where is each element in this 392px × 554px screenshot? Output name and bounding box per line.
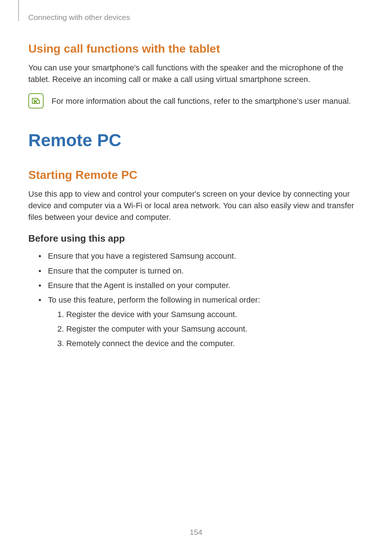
body-paragraph: You can use your smartphone's call funct… [28,62,364,85]
header-rule [18,0,19,21]
list-item: To use this feature, perform the followi… [38,294,364,350]
ordered-steps: 1. Register the device with your Samsung… [57,308,364,350]
note-block: For more information about the call func… [28,93,364,108]
section-heading-call-functions: Using call functions with the tablet [28,42,364,56]
list-item: Ensure that the computer is turned on. [38,265,364,277]
page-number: 154 [0,528,392,537]
chapter-title-remote-pc: Remote PC [28,130,364,150]
step-item: 3. Remotely connect the device and the c… [57,337,364,350]
list-item-text: Ensure that you have a registered Samsun… [48,251,236,260]
list-item-text: Ensure that the Agent is installed on yo… [48,281,230,290]
list-item-text: Ensure that the computer is turned on. [48,266,184,275]
step-item: 1. Register the device with your Samsung… [57,308,364,321]
note-icon [28,93,44,108]
bullet-list: Ensure that you have a registered Samsun… [38,250,364,350]
list-item-text: To use this feature, perform the followi… [48,295,260,304]
list-item: Ensure that you have a registered Samsun… [38,250,364,262]
list-item: Ensure that the Agent is installed on yo… [38,279,364,292]
section-heading-starting-remote-pc: Starting Remote PC [28,168,364,182]
document-page: Connecting with other devices Using call… [0,0,392,554]
running-header: Connecting with other devices [28,13,364,22]
subsection-heading-before-using: Before using this app [28,233,364,244]
step-item: 2. Register the computer with your Samsu… [57,323,364,335]
note-text: For more information about the call func… [52,93,351,107]
body-paragraph: Use this app to view and control your co… [28,188,364,223]
